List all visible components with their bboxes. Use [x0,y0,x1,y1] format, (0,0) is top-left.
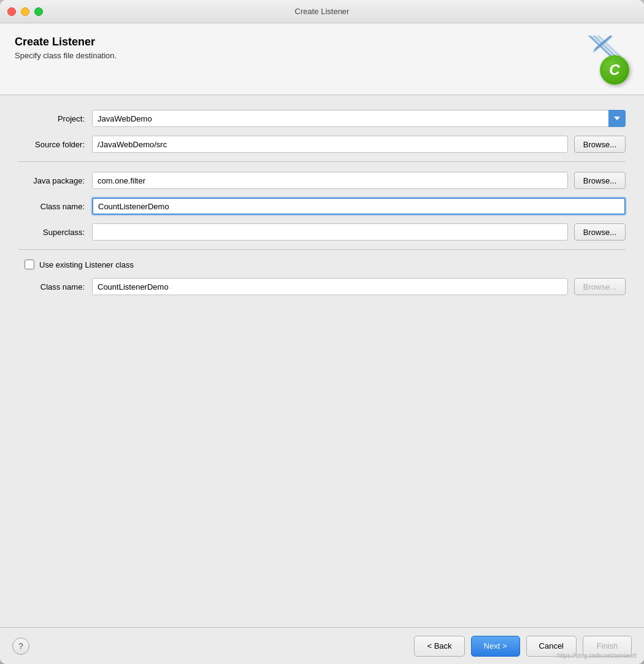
java-package-label: Java package: [18,176,92,185]
superclass-field-group: Browse... [92,223,626,241]
source-folder-browse-button[interactable]: Browse... [574,136,626,153]
header-section: Create Listener Specify class file desti… [0,23,644,95]
use-existing-label[interactable]: Use existing Listener class [39,260,134,269]
footer: ? < Back Next > Cancel Finish [0,627,644,664]
close-button[interactable] [7,7,16,16]
class-name2-field-group: Browse... [92,278,626,295]
use-existing-checkbox[interactable] [25,260,34,269]
c-icon-badge: C [600,55,629,85]
superclass-browse-button[interactable]: Browse... [574,223,626,241]
project-select[interactable]: JavaWebDemo [92,110,626,127]
separator-1 [18,161,626,162]
dialog-subtitle: Specify class file destination. [15,51,117,60]
back-button[interactable]: < Back [414,636,464,657]
class-name-input[interactable] [92,198,626,215]
class-name-label: Class name: [18,202,92,211]
project-select-wrapper: JavaWebDemo [92,110,626,127]
class-name2-browse-button: Browse... [574,278,626,295]
project-field-group: JavaWebDemo [92,110,626,127]
class-name2-input[interactable] [92,278,568,295]
java-package-input[interactable] [92,172,568,189]
source-folder-row: Source folder: Browse... [18,136,626,153]
watermark: https://blog.csdn.net/anniewtt [557,652,637,659]
use-existing-row: Use existing Listener class [18,260,626,269]
window-controls [7,7,43,16]
source-folder-input[interactable] [92,136,568,153]
class-name2-label: Class name: [18,282,92,291]
window-title: Create Listener [295,7,350,16]
maximize-button[interactable] [34,7,43,16]
superclass-input[interactable] [92,223,568,241]
java-package-field-group: Browse... [92,172,626,189]
project-row: Project: JavaWebDemo [18,110,626,127]
source-folder-label: Source folder: [18,140,92,149]
header-icon: C [580,36,629,85]
class-name-field-group [92,198,626,215]
next-button[interactable]: Next > [471,636,520,657]
java-package-row: Java package: Browse... [18,172,626,189]
dialog-title: Create Listener [15,36,117,48]
window: Create Listener Create Listener Specify … [0,0,644,664]
java-package-browse-button[interactable]: Browse... [574,172,626,189]
form-area: Project: JavaWebDemo Source folder: Brow… [0,95,644,627]
minimize-button[interactable] [21,7,29,16]
superclass-label: Superclass: [18,228,92,237]
class-name-row: Class name: [18,198,626,215]
project-label: Project: [18,114,92,123]
source-folder-field-group: Browse... [92,136,626,153]
header-text: Create Listener Specify class file desti… [15,36,117,60]
class-name2-row: Class name: Browse... [18,278,626,295]
footer-left: ? [12,638,29,655]
separator-2 [18,249,626,250]
superclass-row: Superclass: Browse... [18,223,626,241]
help-button[interactable]: ? [12,638,29,655]
title-bar: Create Listener [0,0,644,23]
